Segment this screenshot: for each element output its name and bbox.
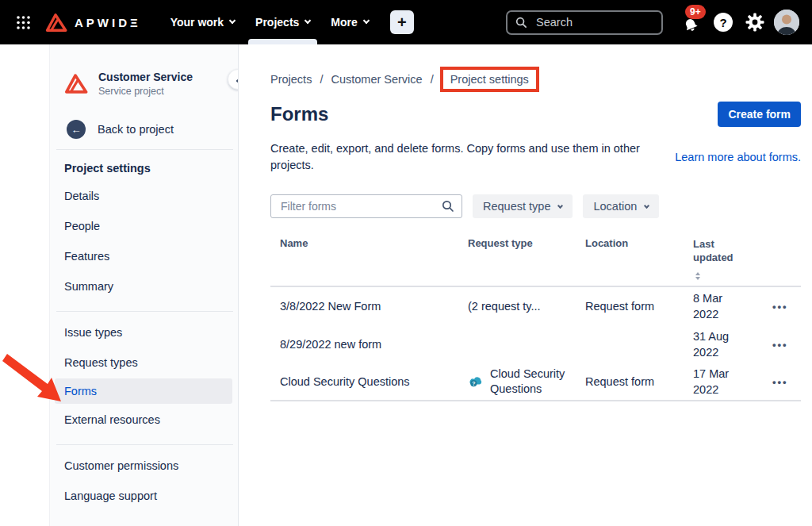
chevron-down-icon	[644, 202, 649, 208]
sidebar-item-summary[interactable]: Summary	[50, 272, 238, 301]
form-last-updated: 17 Mar 2022	[684, 366, 760, 397]
back-to-project-link[interactable]: ← Back to project	[50, 120, 238, 139]
sidebar-item-customer-permissions[interactable]: Customer permissions	[50, 451, 238, 480]
table-row[interactable]: 3/8/2022 New Form (2 request ty... Reque…	[270, 287, 801, 325]
sidebar-item-forms[interactable]: Forms	[55, 378, 232, 404]
sidebar-item-request-types[interactable]: Request types	[50, 348, 238, 377]
apwide-logo-icon	[44, 12, 67, 33]
app-switcher-button[interactable]	[16, 15, 31, 30]
content-shell: Customer Service Service project ← Back …	[0, 44, 812, 526]
sidebar-item-people[interactable]: People	[50, 212, 238, 240]
nav-your-work[interactable]: Your work	[160, 0, 245, 44]
nav-more[interactable]: More	[320, 0, 378, 44]
help-icon: ?	[714, 13, 733, 32]
sidebar-item-language-support[interactable]: Language support	[50, 482, 238, 510]
form-name: Cloud Security Questions	[270, 375, 458, 388]
sidebar-item-issue-types[interactable]: Issue types	[50, 318, 238, 347]
location-filter[interactable]: Location	[583, 194, 659, 218]
sidebar-item-external-resources[interactable]: External resources	[50, 405, 238, 434]
app-grid-icon	[16, 15, 31, 30]
create-plus-button[interactable]: +	[390, 10, 414, 34]
top-navbar: APWIDΞ Your work Projects More +	[0, 0, 812, 44]
form-request-type: (2 request ty...	[458, 300, 576, 313]
help-button[interactable]: ?	[707, 13, 739, 32]
chevron-down-icon	[557, 202, 563, 208]
project-logo-icon	[63, 72, 88, 95]
project-type: Service project	[98, 86, 193, 97]
notifications-button[interactable]: 9+	[676, 6, 707, 38]
row-actions-button[interactable]: •••	[769, 373, 791, 391]
brand-logo[interactable]: APWIDΞ	[44, 12, 141, 33]
search-icon	[442, 200, 454, 213]
learn-more-link[interactable]: Learn more about forms.	[675, 151, 801, 163]
breadcrumb-separator: /	[431, 73, 434, 86]
form-last-updated: 8 Mar 2022	[684, 290, 760, 322]
global-search-input[interactable]	[534, 15, 653, 29]
project-name: Customer Service	[98, 71, 193, 83]
filter-forms-input[interactable]	[279, 199, 442, 213]
brand-name: APWIDΞ	[75, 16, 141, 29]
primary-nav: Your work Projects More	[160, 0, 379, 44]
global-search	[506, 10, 663, 35]
project-header: Customer Service Service project	[50, 70, 238, 97]
main-content: Projects / Customer Service / Project se…	[239, 44, 812, 526]
create-form-button[interactable]: Create form	[718, 102, 801, 127]
table-row[interactable]: Cloud Security Questions ? Cloud Securit…	[270, 363, 801, 401]
forms-table: Name Request type Location Last updated …	[270, 237, 801, 401]
table-row[interactable]: 8/29/2022 new form 31 Aug 2022 •••	[270, 325, 801, 363]
form-request-type: ? Cloud Security Questions	[458, 367, 576, 397]
project-settings-sidebar: Customer Service Service project ← Back …	[49, 44, 239, 526]
sort-icon[interactable]	[695, 272, 700, 280]
chevron-left-icon	[236, 77, 239, 83]
column-header-last-updated: Last updated	[684, 237, 760, 280]
sidebar-group-types: Issue types Request types Forms External…	[50, 312, 238, 434]
filter-bar: Request type Location	[270, 194, 801, 218]
sidebar-item-features[interactable]: Features	[50, 242, 238, 271]
form-location: Request form	[576, 375, 684, 388]
chevron-down-icon	[363, 17, 370, 24]
settings-button[interactable]	[739, 12, 771, 33]
request-type-filter[interactable]: Request type	[473, 194, 573, 218]
form-name: 3/8/2022 New Form	[270, 300, 458, 313]
sidebar-group-settings: Details People Features Summary	[50, 182, 238, 301]
form-name: 8/29/2022 new form	[270, 338, 458, 351]
column-header-request-type: Request type	[458, 237, 576, 249]
breadcrumb-separator: /	[320, 73, 323, 86]
sidebar-heading: Project settings	[50, 150, 238, 180]
avatar	[774, 10, 799, 35]
profile-button[interactable]	[771, 10, 802, 35]
active-nav-indicator	[248, 39, 317, 44]
column-header-location: Location	[576, 237, 684, 249]
form-last-updated: 31 Aug 2022	[684, 328, 760, 360]
breadcrumb: Projects / Customer Service / Project se…	[270, 67, 801, 92]
sidebar-group-customer: Customer permissions Language support	[50, 445, 238, 510]
search-icon	[515, 17, 527, 29]
notification-badge: 9+	[685, 5, 706, 19]
back-arrow-icon: ←	[67, 120, 86, 139]
row-actions-button[interactable]: •••	[769, 336, 791, 354]
chevron-down-icon	[229, 17, 236, 24]
gear-icon	[745, 12, 765, 33]
page-description: Create, edit, export, and delete forms. …	[270, 140, 649, 174]
filter-forms-field	[270, 194, 462, 218]
app-root: APWIDΞ Your work Projects More +	[0, 0, 812, 526]
breadcrumb-customer-service[interactable]: Customer Service	[331, 73, 422, 86]
table-header-row: Name Request type Location Last updated	[270, 237, 801, 287]
sidebar-item-details[interactable]: Details	[50, 182, 238, 210]
breadcrumb-projects[interactable]: Projects	[270, 73, 312, 86]
breadcrumb-project-settings[interactable]: Project settings	[440, 67, 539, 92]
nav-projects[interactable]: Projects	[245, 0, 320, 44]
column-header-name: Name	[270, 237, 458, 249]
page-title: Forms	[270, 103, 328, 125]
form-location: Request form	[576, 300, 684, 313]
chevron-down-icon	[304, 17, 311, 24]
cloud-question-icon: ?	[468, 375, 484, 388]
svg-text:?: ?	[472, 381, 475, 386]
row-actions-button[interactable]: •••	[769, 298, 791, 316]
